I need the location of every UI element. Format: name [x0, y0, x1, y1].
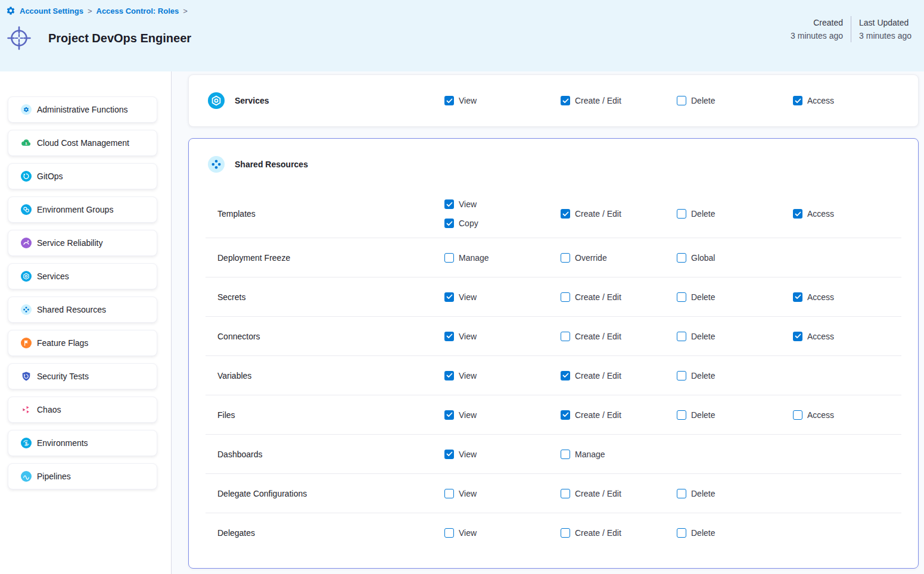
access-checkbox[interactable] [793, 96, 802, 105]
checkbox-label: View [459, 450, 477, 459]
view-checkbox[interactable] [444, 371, 454, 380]
permission-create-edit[interactable]: Create / Edit [561, 209, 677, 219]
create-edit-checkbox[interactable] [561, 209, 570, 219]
sidebar-item-administrative-functions[interactable]: Administrative Functions [8, 96, 157, 123]
permission-create-edit[interactable]: Create / Edit [561, 332, 677, 341]
override-checkbox[interactable] [561, 253, 570, 263]
create-edit-checkbox[interactable] [561, 489, 570, 498]
checkbox-label: Access [807, 410, 834, 420]
sidebar-item-service-reliability[interactable]: Service Reliability [8, 230, 157, 256]
permission-delete[interactable]: Delete [677, 332, 793, 341]
permission-view[interactable]: View [444, 96, 561, 105]
sidebar-item-gitops[interactable]: GitOps [8, 163, 157, 189]
checkbox-label: Create / Edit [575, 489, 621, 498]
permission-copy[interactable]: Copy [444, 219, 561, 228]
sidebar-item-shared-resources[interactable]: Shared Resources [8, 297, 157, 323]
permission-view[interactable]: View [444, 292, 561, 302]
view-checkbox[interactable] [444, 96, 454, 105]
permission-delete[interactable]: Delete [677, 209, 793, 219]
view-checkbox[interactable] [444, 528, 454, 538]
view-checkbox[interactable] [444, 410, 454, 420]
permission-create-edit[interactable]: Create / Edit [561, 410, 677, 420]
permission-cell: ViewCopy [444, 199, 561, 228]
permission-access[interactable]: Access [793, 292, 901, 302]
create-edit-checkbox[interactable] [561, 292, 570, 302]
delete-checkbox[interactable] [677, 489, 686, 498]
delete-checkbox[interactable] [677, 528, 686, 538]
access-checkbox[interactable] [793, 410, 802, 420]
view-checkbox[interactable] [444, 450, 454, 459]
view-checkbox[interactable] [444, 332, 454, 341]
create-edit-checkbox[interactable] [561, 528, 570, 538]
permission-create-edit[interactable]: Create / Edit [561, 96, 677, 105]
permission-view[interactable]: View [444, 450, 561, 459]
permission-delete[interactable]: Delete [677, 489, 793, 498]
resource-row-files: FilesViewCreate / EditDeleteAccess [206, 395, 901, 435]
delete-checkbox[interactable] [677, 371, 686, 380]
access-checkbox[interactable] [793, 292, 802, 302]
permission-access[interactable]: Access [793, 96, 918, 105]
permission-view[interactable]: View [444, 489, 561, 498]
permission-create-edit[interactable]: Create / Edit [561, 528, 677, 538]
permission-access[interactable]: Access [793, 410, 901, 420]
sidebar-item-cloud-cost-management[interactable]: $Cloud Cost Management [8, 130, 157, 156]
sidebar-item-services[interactable]: Services [8, 263, 157, 289]
create-edit-checkbox[interactable] [561, 410, 570, 420]
permission-delete[interactable]: Delete [677, 292, 793, 302]
permission-view[interactable]: View [444, 332, 561, 341]
permission-create-edit[interactable]: Create / Edit [561, 292, 677, 302]
sidebar-item-environment-groups[interactable]: Environment Groups [8, 196, 157, 223]
sidebar-item-feature-flags[interactable]: Feature Flags [8, 330, 157, 356]
permission-view[interactable]: View [444, 528, 561, 538]
access-checkbox[interactable] [793, 332, 802, 341]
create-edit-checkbox[interactable] [561, 332, 570, 341]
sidebar-item-environments[interactable]: $Environments [8, 430, 157, 456]
global-checkbox[interactable] [677, 253, 686, 263]
permission-override[interactable]: Override [561, 253, 677, 263]
permission-delete[interactable]: Delete [677, 410, 793, 420]
view-checkbox[interactable] [444, 199, 454, 209]
view-checkbox[interactable] [444, 489, 454, 498]
permission-global[interactable]: Global [677, 253, 793, 263]
shared-resources-permission-card[interactable]: Shared Resources TemplatesViewCopyCreate… [188, 138, 919, 569]
checkbox-label: Delete [691, 209, 715, 219]
services-permission-card[interactable]: Services ViewCreate / EditDeleteAccess [188, 74, 919, 127]
access-checkbox[interactable] [793, 209, 802, 219]
permission-cell: Delete [677, 292, 793, 302]
permission-access[interactable]: Access [793, 209, 901, 219]
checkbox-label: View [459, 410, 477, 420]
delete-checkbox[interactable] [677, 332, 686, 341]
permission-view[interactable]: View [444, 199, 561, 209]
manage-checkbox[interactable] [444, 253, 454, 263]
copy-checkbox[interactable] [444, 219, 454, 228]
sidebar-item-chaos[interactable]: Chaos [8, 397, 157, 423]
create-edit-checkbox[interactable] [561, 371, 570, 380]
sidebar-item-pipelines[interactable]: Pipelines [8, 463, 157, 489]
manage-checkbox[interactable] [561, 450, 570, 459]
sidebar-item-security-tests[interactable]: Security Tests [8, 363, 157, 389]
view-checkbox[interactable] [444, 292, 454, 302]
permission-access[interactable]: Access [793, 332, 901, 341]
permission-cell: Create / Edit [561, 528, 677, 538]
permission-manage[interactable]: Manage [561, 450, 677, 459]
permission-view[interactable]: View [444, 410, 561, 420]
permission-cell: Override [561, 253, 677, 263]
permission-delete[interactable]: Delete [677, 371, 793, 380]
breadcrumb-link-account-settings[interactable]: Account Settings [20, 7, 83, 15]
delete-checkbox[interactable] [677, 96, 686, 105]
shared-resources-rows: TemplatesViewCopyCreate / EditDeleteAcce… [206, 190, 901, 553]
checkbox-label: View [459, 292, 477, 302]
delete-checkbox[interactable] [677, 209, 686, 219]
permission-manage[interactable]: Manage [444, 253, 561, 263]
delete-checkbox[interactable] [677, 410, 686, 420]
permission-cell: View [444, 96, 561, 105]
permission-delete[interactable]: Delete [677, 96, 793, 105]
breadcrumb-link-access-control-roles[interactable]: Access Control: Roles [97, 7, 179, 15]
permission-cell: Access [793, 96, 918, 105]
permission-create-edit[interactable]: Create / Edit [561, 371, 677, 380]
delete-checkbox[interactable] [677, 292, 686, 302]
permission-delete[interactable]: Delete [677, 528, 793, 538]
permission-view[interactable]: View [444, 371, 561, 380]
create-edit-checkbox[interactable] [561, 96, 570, 105]
permission-create-edit[interactable]: Create / Edit [561, 489, 677, 498]
